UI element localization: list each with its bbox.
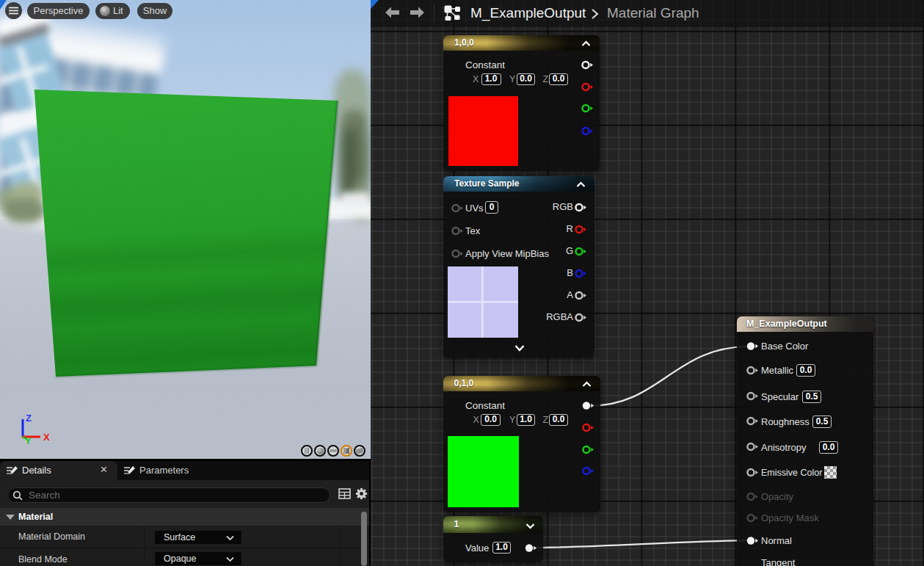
svg-text:Y: Y — [25, 435, 32, 446]
svg-text:Z: Z — [26, 413, 32, 424]
svg-text:X: X — [43, 432, 50, 443]
